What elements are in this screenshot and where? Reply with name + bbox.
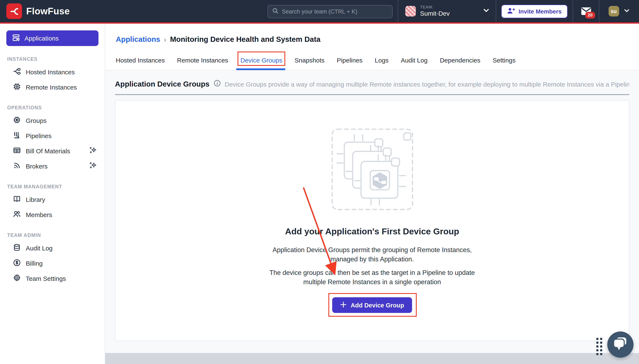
chat-widget-button[interactable] bbox=[607, 332, 633, 358]
invite-members-label: Invite Members bbox=[519, 8, 562, 14]
tab-snapshots[interactable]: Snapshots bbox=[294, 56, 325, 64]
search-input[interactable] bbox=[282, 8, 388, 15]
tab-remote-instances[interactable]: Remote Instances bbox=[177, 56, 228, 64]
sparkles-icon bbox=[89, 146, 97, 156]
team-search[interactable] bbox=[267, 5, 393, 18]
sidebar-item-groups[interactable]: Groups bbox=[0, 113, 105, 128]
user-plus-icon bbox=[507, 7, 515, 16]
team-name: Sumit-Dev bbox=[420, 10, 450, 17]
mail-icon: 20 bbox=[581, 7, 591, 15]
sidebar-item-brokers[interactable]: Brokers bbox=[0, 158, 105, 174]
annotation-highlight-box bbox=[237, 52, 285, 66]
empty-state-text-2: The device groups can then be set as the… bbox=[260, 268, 484, 286]
tab-device-groups[interactable]: Device Groups bbox=[240, 56, 282, 64]
gear-icon bbox=[13, 274, 21, 283]
sidebar-item-billing[interactable]: Billing bbox=[0, 256, 105, 271]
sidebar-item-label: Members bbox=[26, 211, 52, 218]
section-description: Device Groups provide a way of managing … bbox=[225, 80, 629, 88]
sidebar-item-team-settings[interactable]: Team Settings bbox=[0, 271, 105, 286]
library-icon bbox=[13, 194, 21, 204]
pipelines-icon bbox=[13, 131, 21, 140]
empty-state-heading: Add your Application's First Device Grou… bbox=[285, 226, 459, 236]
brokers-icon bbox=[13, 161, 21, 171]
tab-hosted-instances[interactable]: Hosted Instances bbox=[116, 56, 165, 64]
chat-bubble-icon bbox=[613, 338, 627, 352]
page-title: Monitoring Device Health and System Data bbox=[170, 35, 321, 44]
notifications-button[interactable]: 20 bbox=[573, 0, 599, 22]
sidebar: Applications INSTANCES Hosted Instances bbox=[0, 24, 105, 364]
tab-pipelines[interactable]: Pipelines bbox=[337, 56, 363, 64]
section-divider bbox=[115, 94, 629, 95]
sidebar-item-label: Audit Log bbox=[26, 244, 53, 252]
sidebar-item-library[interactable]: Library bbox=[0, 192, 105, 207]
chevron-down-icon bbox=[623, 7, 630, 16]
sidebar-section-operations: OPERATIONS bbox=[7, 105, 105, 110]
add-device-group-button[interactable]: Add Device Group bbox=[332, 297, 412, 313]
sidebar-item-hosted-instances[interactable]: Hosted Instances bbox=[0, 64, 105, 80]
navbar-right: TEAM: Sumit-Dev bbox=[398, 0, 639, 22]
team-label: TEAM: bbox=[420, 5, 450, 10]
sidebar-item-label: Team Settings bbox=[26, 275, 66, 282]
sidebar-item-label: Groups bbox=[26, 117, 47, 124]
brand-link[interactable]: FlowFuse bbox=[6, 4, 70, 19]
sidebar-item-bill-of-materials[interactable]: Bill Of Materials bbox=[0, 143, 105, 158]
info-icon[interactable] bbox=[213, 80, 221, 89]
drag-handle-icon[interactable] bbox=[596, 338, 602, 357]
footer-strip bbox=[105, 353, 639, 364]
audit-log-icon bbox=[13, 243, 21, 253]
empty-state-text-1: Application Device Groups permit the gro… bbox=[260, 245, 484, 264]
members-icon bbox=[13, 210, 21, 219]
sidebar-item-label: Library bbox=[26, 196, 45, 203]
chevron-down-icon bbox=[483, 7, 490, 16]
sidebar-item-label: Applications bbox=[25, 35, 59, 42]
sidebar-item-pipelines[interactable]: Pipelines bbox=[0, 128, 105, 143]
tab-audit-log[interactable]: Audit Log bbox=[401, 56, 428, 64]
page-header: Applications › Monitoring Device Health … bbox=[105, 24, 639, 70]
search-icon bbox=[272, 8, 278, 16]
active-tab-underline bbox=[236, 68, 285, 70]
sidebar-item-label: Hosted Instances bbox=[26, 68, 75, 76]
flowfuse-logo-icon bbox=[6, 4, 22, 19]
tab-settings[interactable]: Settings bbox=[493, 56, 515, 64]
sidebar-item-applications[interactable]: Applications bbox=[6, 30, 99, 46]
breadcrumb: Applications › Monitoring Device Health … bbox=[116, 35, 321, 44]
remote-instances-icon bbox=[13, 82, 21, 92]
team-avatar bbox=[405, 6, 416, 16]
sidebar-section-team-management: TEAM MANAGEMENT bbox=[7, 184, 105, 189]
user-avatar: su bbox=[608, 6, 619, 16]
tab-dependencies[interactable]: Dependencies bbox=[440, 56, 480, 64]
sidebar-item-audit-log[interactable]: Audit Log bbox=[0, 240, 105, 256]
billing-icon bbox=[13, 258, 21, 268]
sidebar-item-label: Billing bbox=[26, 260, 43, 267]
hosted-instances-icon bbox=[13, 67, 21, 77]
sidebar-item-label: Remote Instances bbox=[26, 84, 77, 90]
flowfuse-app: FlowFuse TEAM: Sumit-Dev bbox=[0, 0, 639, 364]
tab-logs[interactable]: Logs bbox=[375, 56, 389, 64]
section-title: Application Device Groups bbox=[115, 80, 209, 88]
empty-state-card: Add your Application's First Device Grou… bbox=[115, 100, 629, 341]
sidebar-section-instances: INSTANCES bbox=[7, 56, 105, 62]
plus-icon bbox=[340, 301, 347, 309]
applications-icon bbox=[12, 33, 20, 43]
sparkles-icon bbox=[89, 161, 97, 170]
top-navbar: FlowFuse TEAM: Sumit-Dev bbox=[0, 0, 639, 24]
breadcrumb-separator: › bbox=[164, 36, 166, 44]
sidebar-item-label: Brokers bbox=[26, 162, 48, 170]
sidebar-item-label: Bill Of Materials bbox=[26, 147, 70, 154]
breadcrumb-applications-link[interactable]: Applications bbox=[116, 35, 160, 44]
user-menu[interactable]: su bbox=[599, 0, 639, 22]
groups-icon bbox=[13, 116, 21, 125]
brand-name: FlowFuse bbox=[26, 6, 70, 17]
notification-count-badge: 20 bbox=[585, 12, 595, 18]
device-groups-panel: Application Device Groups Device Groups … bbox=[105, 70, 639, 353]
add-device-group-label: Add Device Group bbox=[351, 302, 404, 308]
main-content: Applications › Monitoring Device Health … bbox=[105, 24, 639, 364]
sidebar-section-team-admin: TEAM ADMIN bbox=[7, 233, 105, 238]
sidebar-item-members[interactable]: Members bbox=[0, 207, 105, 222]
bill-of-materials-icon bbox=[13, 146, 21, 156]
sidebar-item-remote-instances[interactable]: Remote Instances bbox=[0, 80, 105, 94]
application-tabs: Hosted Instances Remote Instances Device… bbox=[116, 56, 516, 64]
device-group-illustration bbox=[330, 128, 414, 211]
team-selector[interactable]: TEAM: Sumit-Dev bbox=[398, 0, 496, 22]
invite-members-button[interactable]: Invite Members bbox=[501, 4, 568, 18]
